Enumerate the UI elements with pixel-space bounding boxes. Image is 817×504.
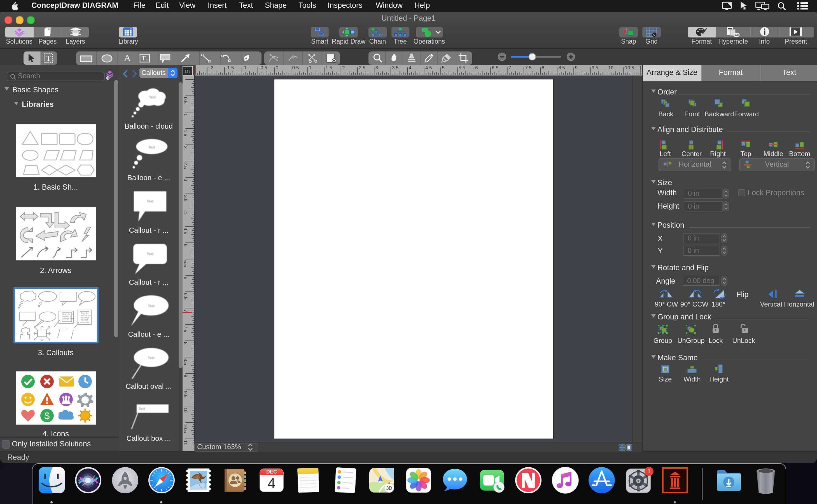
svg-text:6.5: 6.5 bbox=[492, 65, 499, 70]
svg-text:1: 1 bbox=[647, 468, 651, 474]
svg-text:DEC: DEC bbox=[266, 469, 277, 475]
svg-text:$: $ bbox=[44, 410, 50, 421]
svg-text:9: 9 bbox=[183, 375, 188, 377]
svg-text:9.5: 9.5 bbox=[591, 65, 598, 70]
svg-text:1.5: 1.5 bbox=[326, 65, 332, 70]
svg-text:10.5: 10.5 bbox=[625, 65, 634, 70]
svg-text:6.5: 6.5 bbox=[183, 293, 188, 300]
svg-text:7: 7 bbox=[183, 309, 188, 312]
svg-text:handles to: handles to bbox=[63, 315, 71, 317]
svg-text:3: 3 bbox=[183, 179, 188, 181]
svg-text:4.5: 4.5 bbox=[425, 65, 432, 70]
svg-text:T: T bbox=[46, 54, 51, 62]
svg-text:11: 11 bbox=[183, 440, 188, 445]
svg-text:8.5: 8.5 bbox=[183, 358, 188, 365]
svg-text:5.5: 5.5 bbox=[459, 65, 465, 70]
svg-text:-1.5: -1.5 bbox=[226, 65, 234, 70]
svg-text:3: 3 bbox=[375, 65, 378, 70]
svg-text:8: 8 bbox=[183, 342, 188, 345]
svg-text:8.5: 8.5 bbox=[558, 65, 565, 70]
svg-text:3.5: 3.5 bbox=[183, 195, 188, 202]
svg-text:10: 10 bbox=[608, 65, 614, 70]
svg-text:Text: Text bbox=[146, 199, 153, 203]
svg-text:7.5: 7.5 bbox=[183, 326, 188, 332]
svg-text:10: 10 bbox=[183, 407, 188, 413]
svg-text:1: 1 bbox=[309, 65, 311, 70]
svg-text:9: 9 bbox=[575, 65, 577, 70]
svg-text:4: 4 bbox=[268, 475, 275, 491]
svg-text:the width: the width bbox=[81, 319, 88, 321]
svg-text:7: 7 bbox=[508, 65, 511, 70]
svg-text:Drag the side: Drag the side bbox=[63, 313, 74, 315]
svg-text:6: 6 bbox=[183, 277, 188, 279]
svg-text:-2: -2 bbox=[209, 65, 214, 70]
svg-text:0.5: 0.5 bbox=[292, 65, 299, 70]
svg-text:-0.5: -0.5 bbox=[259, 65, 267, 70]
svg-text:Text: Text bbox=[147, 356, 154, 360]
svg-text:4: 4 bbox=[183, 211, 188, 214]
svg-text:1.5: 1.5 bbox=[183, 130, 188, 136]
svg-text:Text: Text bbox=[148, 145, 155, 149]
svg-text:4: 4 bbox=[409, 65, 411, 70]
svg-text:5: 5 bbox=[442, 65, 444, 70]
svg-text:5.5: 5.5 bbox=[183, 260, 188, 267]
svg-text:-1: -1 bbox=[243, 65, 247, 70]
svg-text:10.5: 10.5 bbox=[183, 424, 188, 433]
svg-text:4.5: 4.5 bbox=[183, 228, 188, 234]
svg-text:2: 2 bbox=[183, 146, 188, 149]
svg-text:T: T bbox=[141, 55, 145, 62]
svg-text:2: 2 bbox=[342, 65, 345, 70]
svg-text:8: 8 bbox=[542, 65, 544, 70]
svg-text:2.5: 2.5 bbox=[359, 65, 365, 70]
svg-text:7.5: 7.5 bbox=[525, 65, 532, 70]
svg-text:9.5: 9.5 bbox=[183, 391, 188, 398]
svg-text:Drag the: Drag the bbox=[81, 312, 88, 314]
svg-text:1: 1 bbox=[183, 113, 188, 116]
svg-text:Text: Text bbox=[149, 95, 155, 99]
svg-text:change width: change width bbox=[63, 317, 74, 320]
svg-text:side handles: side handles bbox=[81, 314, 91, 316]
svg-text:to change: to change bbox=[81, 316, 89, 319]
svg-text:0: 0 bbox=[276, 65, 278, 70]
svg-text:Text: Text bbox=[147, 304, 154, 308]
svg-text:Text: Text bbox=[146, 252, 153, 256]
svg-text:5: 5 bbox=[183, 244, 188, 246]
svg-text:3D: 3D bbox=[386, 486, 392, 491]
svg-text:2.5: 2.5 bbox=[183, 162, 188, 169]
svg-text:Text: Text bbox=[138, 407, 145, 411]
svg-text:3.5: 3.5 bbox=[392, 65, 399, 70]
svg-text:6: 6 bbox=[475, 65, 478, 70]
svg-text:0.5: 0.5 bbox=[183, 97, 188, 104]
